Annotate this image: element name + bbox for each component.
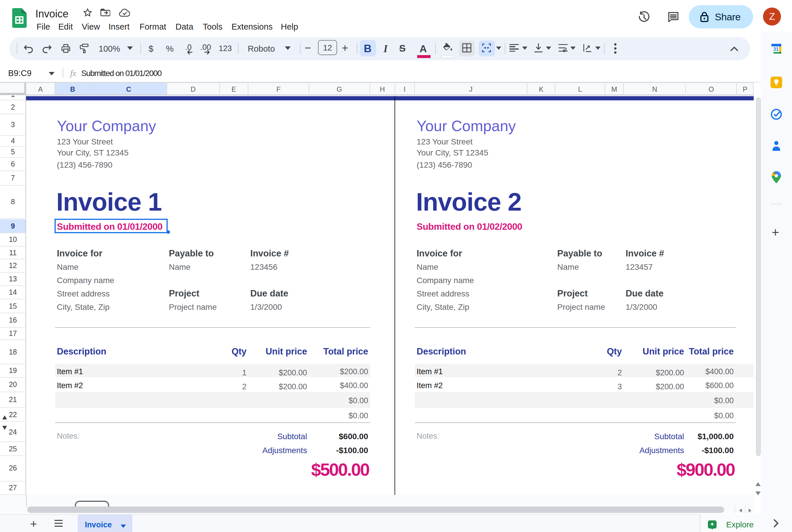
svg-text:31: 31 [773, 46, 779, 52]
